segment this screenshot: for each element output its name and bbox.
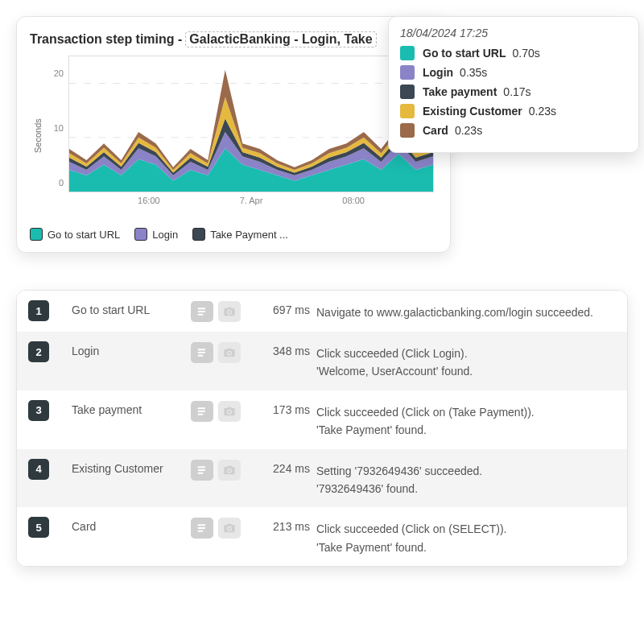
svg-rect-14 [198, 525, 205, 526]
step-number-badge: 2 [28, 341, 49, 362]
log-icon[interactable] [191, 401, 213, 422]
screenshot-icon[interactable] [218, 401, 241, 422]
x-tick: 08:00 [342, 196, 365, 205]
svg-rect-4 [198, 314, 204, 316]
chart-title-highlight: GalacticBanking - Login, Take [185, 31, 376, 47]
x-tick: 16:00 [138, 196, 160, 205]
step-description: Setting '7932649436' succeeded.'79326494… [316, 459, 616, 498]
step-name: Take payment [72, 400, 184, 416]
y-tick: 10 [54, 123, 64, 133]
step-number-badge: 4 [28, 459, 49, 480]
log-icon[interactable] [191, 342, 213, 363]
tooltip-value: 0.70s [512, 47, 539, 60]
tooltip-label: Card [423, 124, 448, 137]
step-duration: 348 ms [254, 341, 310, 357]
screenshot-icon[interactable] [218, 342, 241, 363]
tooltip-value: 0.35s [460, 66, 487, 79]
chart-legend: Go to start URL Login Take Payment ... [30, 228, 437, 241]
svg-rect-13 [198, 472, 204, 473]
step-description: Click succeeded (Click Login).'Welcome, … [316, 341, 616, 381]
svg-rect-12 [198, 469, 205, 471]
step-number-badge: 1 [28, 300, 49, 321]
chart-title-prefix: Transaction step timing - [30, 32, 182, 47]
tooltip-swatch [400, 123, 415, 138]
chart-title: Transaction step timing - GalacticBankin… [30, 31, 437, 47]
screenshot-icon[interactable] [218, 301, 241, 322]
step-description: Click succeeded (Click on (Take Payment)… [316, 400, 616, 440]
y-axis-label: Seconds [30, 56, 43, 217]
tooltip-swatch [400, 85, 415, 99]
step-name: Existing Customer [72, 459, 184, 475]
step-duration: 224 ms [254, 459, 310, 475]
step-description: Navigate to www.galacticbanking.com/logi… [316, 300, 616, 321]
step-name: Login [72, 341, 184, 357]
tooltip-label: Existing Customer [423, 105, 522, 118]
svg-rect-9 [198, 411, 205, 412]
svg-rect-6 [198, 352, 205, 353]
svg-rect-8 [198, 407, 205, 409]
svg-rect-15 [198, 527, 205, 529]
tooltip-row: Existing Customer0.23s [400, 104, 627, 118]
table-row: 2Login348 msClick succeeded (Click Login… [17, 332, 627, 390]
tooltip-swatch [400, 65, 415, 80]
legend-item: Login [134, 228, 178, 241]
table-row: 4Existing Customer224 msSetting '7932649… [17, 449, 627, 508]
tooltip-value: 0.23s [529, 105, 556, 118]
step-number-badge: 3 [28, 400, 49, 421]
table-row: 5Card213 msClick succeeded (Click on (SE… [17, 507, 627, 566]
tooltip-row: Go to start URL0.70s [400, 46, 627, 60]
screenshot-icon[interactable] [218, 460, 241, 481]
screenshot-icon[interactable] [218, 518, 241, 539]
legend-item: Take Payment ... [192, 228, 288, 241]
log-icon[interactable] [191, 301, 213, 322]
y-tick: 0 [59, 178, 64, 188]
table-row: 1Go to start URL697 msNavigate to www.ga… [17, 291, 627, 332]
steps-table: 1Go to start URL697 msNavigate to www.ga… [16, 290, 628, 567]
svg-rect-3 [198, 311, 205, 312]
tooltip-row: Login0.35s [400, 65, 627, 80]
step-number-badge: 5 [28, 517, 49, 538]
tooltip-value: 0.17s [503, 85, 530, 98]
step-description: Click succeeded (Click on (SELECT)).'Tak… [316, 517, 616, 556]
tooltip-timestamp: 18/04/2024 17:25 [400, 27, 627, 39]
chart-card: Transaction step timing - GalacticBankin… [16, 16, 451, 253]
x-axis-ticks: 16:00 7. Apr 08:00 [68, 196, 434, 210]
tooltip-label: Take payment [423, 85, 497, 98]
svg-rect-11 [198, 466, 205, 468]
y-axis-ticks: 0 10 20 [43, 56, 67, 192]
tooltip-swatch [400, 104, 415, 118]
svg-rect-7 [198, 355, 204, 357]
chart-plot-area[interactable] [68, 56, 434, 192]
tooltip-value: 0.23s [455, 124, 482, 137]
step-duration: 213 ms [254, 517, 310, 533]
tooltip-label: Go to start URL [423, 47, 506, 60]
log-icon[interactable] [191, 518, 213, 539]
y-tick: 20 [54, 68, 64, 78]
tooltip-swatch [400, 46, 415, 60]
svg-rect-10 [198, 413, 204, 415]
step-name: Go to start URL [72, 300, 184, 316]
svg-rect-5 [198, 349, 205, 350]
table-row: 3Take payment173 msClick succeeded (Clic… [17, 390, 627, 449]
step-duration: 173 ms [254, 400, 310, 416]
tooltip-label: Login [423, 66, 453, 79]
legend-item: Go to start URL [30, 228, 120, 241]
step-name: Card [72, 517, 184, 533]
x-tick: 7. Apr [240, 196, 263, 205]
step-duration: 697 ms [254, 300, 310, 316]
chart-tooltip: 18/04/2024 17:25 Go to start URL0.70sLog… [388, 16, 639, 153]
tooltip-row: Card0.23s [400, 123, 627, 138]
log-icon[interactable] [191, 460, 213, 481]
tooltip-row: Take payment0.17s [400, 85, 627, 99]
svg-rect-16 [198, 530, 204, 532]
svg-rect-2 [198, 308, 205, 309]
